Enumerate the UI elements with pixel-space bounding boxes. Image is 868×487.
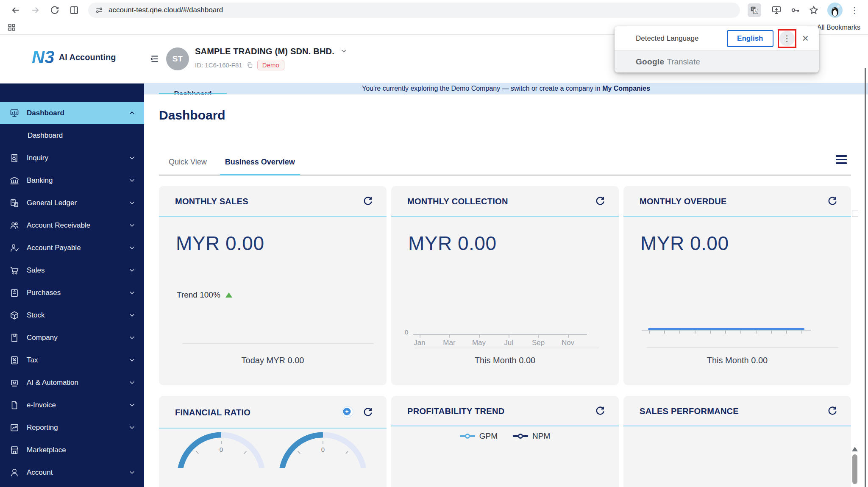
- translate-icon[interactable]: G A: [748, 3, 761, 17]
- sidebar-item-inquiry[interactable]: Inquiry: [0, 147, 144, 169]
- card-title: SALES PERFORMANCE: [640, 406, 739, 416]
- legend-item-gpm[interactable]: GPM: [460, 431, 498, 441]
- dashboard-scrollbar-box[interactable]: [852, 211, 858, 217]
- chevron-down-icon: [128, 244, 136, 251]
- translate-options-icon[interactable]: ⋮: [779, 31, 795, 46]
- refresh-icon[interactable]: [362, 195, 374, 208]
- google-brand-label: Google: [636, 57, 664, 67]
- sidebar-collapse-icon[interactable]: [149, 53, 160, 64]
- svg-text:0: 0: [321, 446, 325, 453]
- close-icon[interactable]: ×: [802, 32, 809, 45]
- annotation-highlight: ⋮: [778, 29, 796, 48]
- account-payable-icon: [9, 243, 19, 253]
- card-layout-menu-icon[interactable]: [836, 155, 847, 164]
- refresh-icon[interactable]: [594, 195, 606, 208]
- x-axis-tick: [420, 334, 420, 338]
- my-companies-link[interactable]: My Companies: [602, 85, 650, 92]
- back-icon[interactable]: [9, 4, 22, 17]
- bookmark-star-icon[interactable]: [807, 4, 820, 17]
- sidebar-item-ai-automation[interactable]: AI & Automation: [0, 371, 144, 394]
- refresh-icon[interactable]: [826, 405, 838, 417]
- card-title: MONTHLY OVERDUE: [640, 197, 727, 206]
- sidebar-item-e-invoice[interactable]: e-Invoice: [0, 394, 144, 416]
- refresh-icon[interactable]: [362, 406, 374, 419]
- x-axis-tick: [649, 331, 650, 334]
- x-axis-tick: [538, 334, 539, 338]
- x-axis-label: Jan: [410, 339, 429, 347]
- sidebar-item-sales[interactable]: Sales: [0, 259, 144, 281]
- x-axis-tick: [664, 331, 665, 334]
- x-axis-label: Mar: [440, 339, 459, 347]
- chevron-down-icon: [128, 401, 136, 409]
- sidebar-item-dashboard-sub[interactable]: Dashboard: [0, 124, 144, 147]
- sidebar-item-label: Stock: [27, 311, 45, 320]
- apps-grid-icon[interactable]: [8, 23, 16, 31]
- logo-mark: N3: [32, 48, 55, 66]
- sidebar-item-banking[interactable]: Banking: [0, 169, 144, 192]
- legend-item-npm[interactable]: NPM: [513, 431, 550, 441]
- sidebar-item-dashboard[interactable]: Dashboard: [0, 102, 144, 124]
- browser-profile-avatar[interactable]: [827, 3, 843, 18]
- tax-icon: [9, 355, 19, 365]
- dashboard-scrollbar-thumb[interactable]: [852, 454, 857, 484]
- sidebar-item-label: Sales: [27, 266, 45, 275]
- install-app-icon[interactable]: [770, 4, 783, 17]
- company-name[interactable]: SAMPLE TRADING (M) SDN. BHD.: [195, 47, 334, 56]
- url-text[interactable]: account-test.qne.cloud/#/dashboard: [108, 6, 223, 14]
- company-avatar[interactable]: ST: [166, 47, 189, 70]
- all-bookmarks-label[interactable]: All Bookmarks: [817, 24, 860, 31]
- english-language-tab[interactable]: English: [727, 30, 773, 47]
- reload-icon[interactable]: [48, 4, 61, 17]
- sidebar-item-tax[interactable]: Tax: [0, 349, 144, 371]
- app-logo[interactable]: N3 AI Accounting: [32, 48, 116, 66]
- legend-label: GPM: [479, 431, 498, 441]
- sidebar-item-reporting[interactable]: Reporting: [0, 416, 144, 439]
- e-invoice-icon: [9, 400, 19, 410]
- sidebar-item-label: e-Invoice: [27, 401, 56, 409]
- ai-insight-icon[interactable]: [340, 405, 355, 420]
- x-axis-label: Sep: [529, 339, 548, 347]
- sidebar-item-account-payable[interactable]: Account Payable: [0, 237, 144, 259]
- banking-icon: [9, 175, 19, 186]
- tab-business-overview[interactable]: Business Overview: [225, 158, 295, 175]
- chevron-down-icon: [128, 199, 136, 206]
- address-bar[interactable]: account-test.qne.cloud/#/dashboard: [88, 3, 740, 18]
- sidebar-item-account[interactable]: Account: [0, 461, 144, 484]
- site-settings-icon[interactable]: [95, 6, 103, 14]
- chevron-down-icon[interactable]: [340, 47, 347, 54]
- sidebar-item-company[interactable]: Company: [0, 326, 144, 349]
- company-icon: [9, 333, 19, 343]
- axis-baseline: [415, 348, 599, 348]
- detected-language-tab[interactable]: Detected Language: [636, 34, 698, 43]
- sidebar-item-label: Dashboard: [28, 131, 63, 140]
- translate-brand-label: Translate: [667, 57, 700, 67]
- sales-icon: [9, 265, 19, 276]
- company-switcher[interactable]: SAMPLE TRADING (M) SDN. BHD. ID: 1C6-160…: [195, 47, 347, 70]
- chevron-down-icon: [128, 469, 136, 476]
- sales-performance-card: SALES PERFORMANCE: [623, 396, 851, 487]
- tab-quick-view[interactable]: Quick View: [169, 158, 207, 175]
- split-view-icon[interactable]: [68, 4, 81, 17]
- divider: [182, 343, 374, 344]
- copy-icon[interactable]: [247, 62, 253, 68]
- logo-text: AI Accounting: [59, 53, 116, 62]
- svg-text:0: 0: [220, 446, 223, 453]
- password-key-icon[interactable]: [789, 4, 801, 17]
- sidebar-item-stock[interactable]: Stock: [0, 304, 144, 326]
- chevron-down-icon: [128, 267, 136, 274]
- x-axis-tick: [679, 331, 680, 334]
- dashboard-scrollbar-up-arrow[interactable]: [852, 447, 858, 451]
- browser-scrollbar[interactable]: [865, 68, 866, 487]
- chevron-down-icon: [128, 289, 136, 296]
- sidebar-item-purchases[interactable]: Purchases: [0, 281, 144, 304]
- x-axis-tick: [509, 334, 509, 338]
- sidebar-item-general-ledger[interactable]: General Ledger: [0, 192, 144, 214]
- x-axis-tick: [740, 331, 741, 334]
- x-axis-tick: [801, 331, 802, 334]
- refresh-icon[interactable]: [594, 405, 606, 417]
- chart-legend: GPMNPM: [391, 431, 619, 441]
- sidebar-item-marketplace[interactable]: Marketplace: [0, 439, 144, 461]
- refresh-icon[interactable]: [826, 195, 838, 208]
- sidebar-item-account-receivable[interactable]: Account Receivable: [0, 214, 144, 237]
- browser-menu-icon[interactable]: ⋮: [850, 5, 859, 15]
